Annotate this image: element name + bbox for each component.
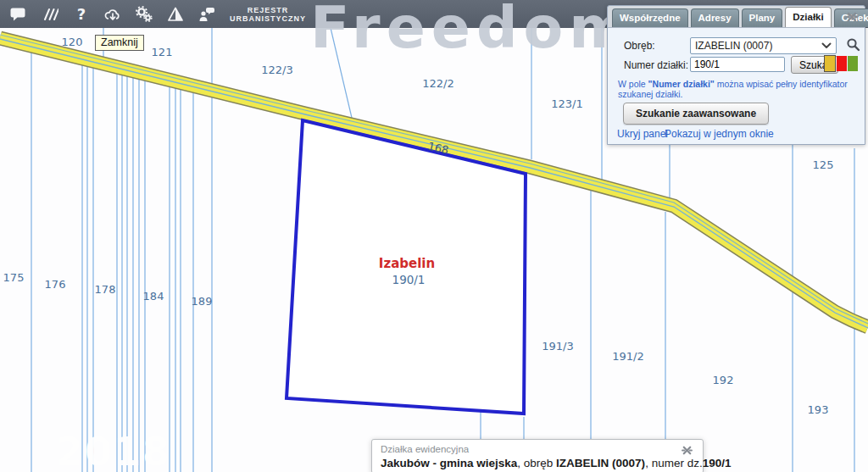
obreb-selected-value: IZABELIN (0007) [695,40,772,52]
parcel-description-part: Jakubów - gmina wiejska [381,457,517,469]
search-panel: WspółrzędneAdresyPlanyDziałkiObiekty Obr… [607,5,865,145]
parcel-label: 178 [95,283,116,296]
panel-close-icon[interactable] [846,11,858,25]
settings-gears-icon[interactable] [131,5,157,24]
svg-text:?: ? [77,5,86,23]
parcel-description: Jakubów - gmina wiejska, obręb IZABELIN … [381,457,731,469]
panel-tab[interactable]: Współrzędne [612,8,688,27]
parcel-label: 120 [62,36,83,48]
parcel-label: 121 [152,46,173,58]
popup-title: Działka ewidencyjna [381,444,469,454]
numer-dzialki-input[interactable] [690,57,785,72]
advanced-search-button[interactable]: Szukanie zaawansowane [623,103,769,125]
parcel-label: 191/2 [612,350,643,363]
parcel-label: 175 [3,271,25,284]
panel-tab[interactable]: Plany [742,8,783,27]
parcel-label: 176 [45,278,66,291]
selected-parcel-name: Izabelin [379,256,435,271]
parcel-label: 192 [713,374,734,386]
measure-lines-icon[interactable] [37,5,63,24]
parcel-label: 122/2 [422,77,453,90]
terrain-prism-icon[interactable] [163,5,188,24]
panel-hint: W pole "Numer działki" można wpisać pełn… [618,79,860,99]
parcel-label: 123/1 [551,97,582,110]
parcel-label: 191/3 [542,340,573,353]
hide-panel-link[interactable]: Ukryj panel [617,128,668,140]
panel-tab[interactable]: Działki [785,7,831,27]
zamknij-tooltip: Zamknij [95,35,144,51]
panel-body: Obręb: IZABELIN (0007) Numer działki: Sz… [608,27,865,144]
parcel-label: 125 [813,158,834,171]
panel-tab[interactable]: Adresy [691,8,739,27]
selected-parcel-number: 190/1 [392,273,426,286]
parcel-description-part: 190/1 [703,457,732,469]
parcel-label: 189 [192,295,213,308]
parcel-label: 184 [143,290,164,303]
obreb-select[interactable]: IZABELIN (0007) [690,37,837,54]
parcel-info-popup: Działka ewidencyjna Jakubów - gmina wiej… [371,439,704,472]
numer-dzialki-label: Numer działki: [624,59,688,71]
legend-color-swatch [837,56,847,71]
parcel-label: 122/3 [261,64,292,76]
toolbar-title: REJESTR URBANISTYCZNY [230,6,306,23]
parcel-label: 193 [808,403,829,416]
help-icon[interactable]: ? [69,5,94,24]
parcel-description-part: IZABELIN (0007) [556,457,645,469]
speech-bubble-icon[interactable] [6,5,31,24]
obreb-label: Obręb: [624,40,655,52]
panel-tabs: WspółrzędneAdresyPlanyDziałkiObiekty [612,8,868,27]
parcel-description-part: , obręb [517,457,556,469]
legend-swatches [824,55,858,72]
chevron-down-icon [821,42,832,49]
search-magnifier-icon[interactable] [846,37,860,54]
legend-color-swatch [824,55,836,72]
legend-color-swatch [848,56,858,71]
person-comment-icon[interactable] [194,5,220,24]
show-in-one-window-link[interactable]: Pokazuj w jednym oknie [665,128,774,140]
parcel-description-part: , numer dz. [645,457,703,469]
cloud-download-icon[interactable] [100,5,125,24]
